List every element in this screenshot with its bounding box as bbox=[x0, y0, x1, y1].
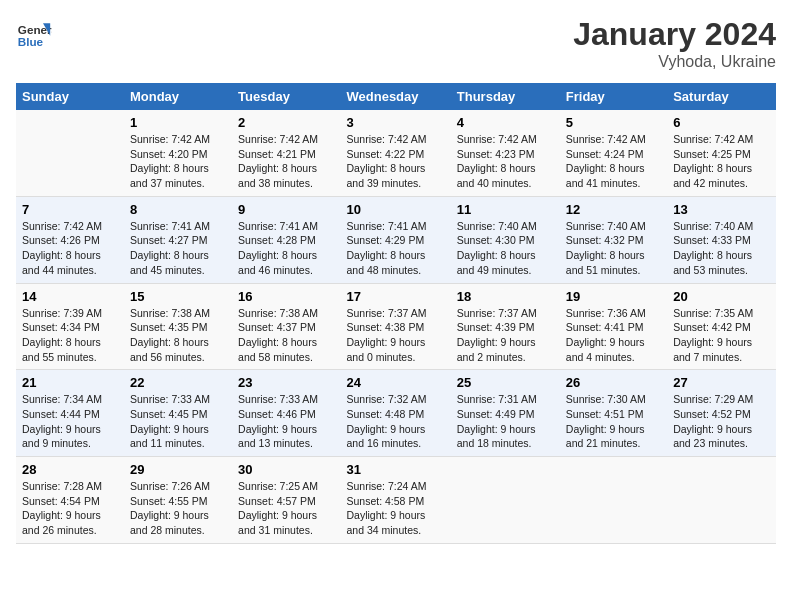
calendar-cell: 10Sunrise: 7:41 AM Sunset: 4:29 PM Dayli… bbox=[341, 196, 451, 283]
calendar-cell: 23Sunrise: 7:33 AM Sunset: 4:46 PM Dayli… bbox=[232, 370, 340, 457]
day-number: 22 bbox=[130, 375, 226, 390]
calendar-cell: 16Sunrise: 7:38 AM Sunset: 4:37 PM Dayli… bbox=[232, 283, 340, 370]
day-info: Sunrise: 7:38 AM Sunset: 4:37 PM Dayligh… bbox=[238, 306, 334, 365]
calendar-cell: 28Sunrise: 7:28 AM Sunset: 4:54 PM Dayli… bbox=[16, 457, 124, 544]
calendar-cell: 15Sunrise: 7:38 AM Sunset: 4:35 PM Dayli… bbox=[124, 283, 232, 370]
day-number: 16 bbox=[238, 289, 334, 304]
day-info: Sunrise: 7:41 AM Sunset: 4:28 PM Dayligh… bbox=[238, 219, 334, 278]
day-info: Sunrise: 7:42 AM Sunset: 4:22 PM Dayligh… bbox=[347, 132, 445, 191]
page-title: January 2024 bbox=[573, 16, 776, 53]
day-info: Sunrise: 7:37 AM Sunset: 4:38 PM Dayligh… bbox=[347, 306, 445, 365]
calendar-cell: 6Sunrise: 7:42 AM Sunset: 4:25 PM Daylig… bbox=[667, 110, 776, 196]
weekday-header-cell: Saturday bbox=[667, 83, 776, 110]
calendar-cell: 31Sunrise: 7:24 AM Sunset: 4:58 PM Dayli… bbox=[341, 457, 451, 544]
title-block: January 2024 Vyhoda, Ukraine bbox=[573, 16, 776, 71]
day-number: 15 bbox=[130, 289, 226, 304]
day-number: 9 bbox=[238, 202, 334, 217]
day-number: 20 bbox=[673, 289, 770, 304]
day-number: 3 bbox=[347, 115, 445, 130]
day-info: Sunrise: 7:42 AM Sunset: 4:20 PM Dayligh… bbox=[130, 132, 226, 191]
day-info: Sunrise: 7:31 AM Sunset: 4:49 PM Dayligh… bbox=[457, 392, 554, 451]
day-number: 30 bbox=[238, 462, 334, 477]
calendar-cell: 13Sunrise: 7:40 AM Sunset: 4:33 PM Dayli… bbox=[667, 196, 776, 283]
day-number: 25 bbox=[457, 375, 554, 390]
day-number: 12 bbox=[566, 202, 661, 217]
day-number: 1 bbox=[130, 115, 226, 130]
day-info: Sunrise: 7:24 AM Sunset: 4:58 PM Dayligh… bbox=[347, 479, 445, 538]
day-info: Sunrise: 7:39 AM Sunset: 4:34 PM Dayligh… bbox=[22, 306, 118, 365]
calendar-cell: 11Sunrise: 7:40 AM Sunset: 4:30 PM Dayli… bbox=[451, 196, 560, 283]
weekday-header-row: SundayMondayTuesdayWednesdayThursdayFrid… bbox=[16, 83, 776, 110]
day-info: Sunrise: 7:34 AM Sunset: 4:44 PM Dayligh… bbox=[22, 392, 118, 451]
day-number: 10 bbox=[347, 202, 445, 217]
calendar-cell: 18Sunrise: 7:37 AM Sunset: 4:39 PM Dayli… bbox=[451, 283, 560, 370]
weekday-header-cell: Sunday bbox=[16, 83, 124, 110]
day-info: Sunrise: 7:42 AM Sunset: 4:25 PM Dayligh… bbox=[673, 132, 770, 191]
calendar-cell: 8Sunrise: 7:41 AM Sunset: 4:27 PM Daylig… bbox=[124, 196, 232, 283]
calendar-cell: 2Sunrise: 7:42 AM Sunset: 4:21 PM Daylig… bbox=[232, 110, 340, 196]
calendar-cell: 21Sunrise: 7:34 AM Sunset: 4:44 PM Dayli… bbox=[16, 370, 124, 457]
weekday-header-cell: Wednesday bbox=[341, 83, 451, 110]
day-number: 29 bbox=[130, 462, 226, 477]
calendar-week-row: 1Sunrise: 7:42 AM Sunset: 4:20 PM Daylig… bbox=[16, 110, 776, 196]
weekday-header-cell: Monday bbox=[124, 83, 232, 110]
day-info: Sunrise: 7:40 AM Sunset: 4:33 PM Dayligh… bbox=[673, 219, 770, 278]
day-info: Sunrise: 7:42 AM Sunset: 4:26 PM Dayligh… bbox=[22, 219, 118, 278]
calendar-week-row: 7Sunrise: 7:42 AM Sunset: 4:26 PM Daylig… bbox=[16, 196, 776, 283]
calendar-cell: 30Sunrise: 7:25 AM Sunset: 4:57 PM Dayli… bbox=[232, 457, 340, 544]
day-number: 18 bbox=[457, 289, 554, 304]
day-number: 19 bbox=[566, 289, 661, 304]
calendar-cell: 9Sunrise: 7:41 AM Sunset: 4:28 PM Daylig… bbox=[232, 196, 340, 283]
weekday-header-cell: Friday bbox=[560, 83, 667, 110]
calendar-week-row: 14Sunrise: 7:39 AM Sunset: 4:34 PM Dayli… bbox=[16, 283, 776, 370]
day-number: 27 bbox=[673, 375, 770, 390]
day-info: Sunrise: 7:33 AM Sunset: 4:45 PM Dayligh… bbox=[130, 392, 226, 451]
calendar-cell: 14Sunrise: 7:39 AM Sunset: 4:34 PM Dayli… bbox=[16, 283, 124, 370]
day-number: 31 bbox=[347, 462, 445, 477]
calendar-cell bbox=[451, 457, 560, 544]
weekday-header-cell: Thursday bbox=[451, 83, 560, 110]
calendar-body: 1Sunrise: 7:42 AM Sunset: 4:20 PM Daylig… bbox=[16, 110, 776, 543]
page-subtitle: Vyhoda, Ukraine bbox=[573, 53, 776, 71]
day-number: 6 bbox=[673, 115, 770, 130]
day-number: 8 bbox=[130, 202, 226, 217]
calendar-cell: 7Sunrise: 7:42 AM Sunset: 4:26 PM Daylig… bbox=[16, 196, 124, 283]
day-info: Sunrise: 7:42 AM Sunset: 4:24 PM Dayligh… bbox=[566, 132, 661, 191]
calendar-cell: 4Sunrise: 7:42 AM Sunset: 4:23 PM Daylig… bbox=[451, 110, 560, 196]
day-number: 13 bbox=[673, 202, 770, 217]
calendar-cell: 27Sunrise: 7:29 AM Sunset: 4:52 PM Dayli… bbox=[667, 370, 776, 457]
day-info: Sunrise: 7:41 AM Sunset: 4:29 PM Dayligh… bbox=[347, 219, 445, 278]
calendar-cell: 26Sunrise: 7:30 AM Sunset: 4:51 PM Dayli… bbox=[560, 370, 667, 457]
calendar-cell bbox=[16, 110, 124, 196]
day-info: Sunrise: 7:28 AM Sunset: 4:54 PM Dayligh… bbox=[22, 479, 118, 538]
calendar-cell: 5Sunrise: 7:42 AM Sunset: 4:24 PM Daylig… bbox=[560, 110, 667, 196]
day-number: 23 bbox=[238, 375, 334, 390]
calendar-table: SundayMondayTuesdayWednesdayThursdayFrid… bbox=[16, 83, 776, 544]
calendar-cell: 12Sunrise: 7:40 AM Sunset: 4:32 PM Dayli… bbox=[560, 196, 667, 283]
day-info: Sunrise: 7:41 AM Sunset: 4:27 PM Dayligh… bbox=[130, 219, 226, 278]
calendar-cell: 1Sunrise: 7:42 AM Sunset: 4:20 PM Daylig… bbox=[124, 110, 232, 196]
day-number: 4 bbox=[457, 115, 554, 130]
day-info: Sunrise: 7:36 AM Sunset: 4:41 PM Dayligh… bbox=[566, 306, 661, 365]
day-info: Sunrise: 7:42 AM Sunset: 4:21 PM Dayligh… bbox=[238, 132, 334, 191]
day-number: 7 bbox=[22, 202, 118, 217]
calendar-week-row: 21Sunrise: 7:34 AM Sunset: 4:44 PM Dayli… bbox=[16, 370, 776, 457]
calendar-cell: 24Sunrise: 7:32 AM Sunset: 4:48 PM Dayli… bbox=[341, 370, 451, 457]
day-number: 21 bbox=[22, 375, 118, 390]
calendar-cell: 29Sunrise: 7:26 AM Sunset: 4:55 PM Dayli… bbox=[124, 457, 232, 544]
day-info: Sunrise: 7:42 AM Sunset: 4:23 PM Dayligh… bbox=[457, 132, 554, 191]
day-number: 17 bbox=[347, 289, 445, 304]
day-info: Sunrise: 7:38 AM Sunset: 4:35 PM Dayligh… bbox=[130, 306, 226, 365]
calendar-cell bbox=[560, 457, 667, 544]
day-number: 26 bbox=[566, 375, 661, 390]
calendar-cell: 19Sunrise: 7:36 AM Sunset: 4:41 PM Dayli… bbox=[560, 283, 667, 370]
calendar-cell: 25Sunrise: 7:31 AM Sunset: 4:49 PM Dayli… bbox=[451, 370, 560, 457]
day-info: Sunrise: 7:25 AM Sunset: 4:57 PM Dayligh… bbox=[238, 479, 334, 538]
day-info: Sunrise: 7:33 AM Sunset: 4:46 PM Dayligh… bbox=[238, 392, 334, 451]
day-info: Sunrise: 7:32 AM Sunset: 4:48 PM Dayligh… bbox=[347, 392, 445, 451]
svg-text:Blue: Blue bbox=[18, 35, 44, 48]
calendar-week-row: 28Sunrise: 7:28 AM Sunset: 4:54 PM Dayli… bbox=[16, 457, 776, 544]
calendar-cell: 3Sunrise: 7:42 AM Sunset: 4:22 PM Daylig… bbox=[341, 110, 451, 196]
day-number: 28 bbox=[22, 462, 118, 477]
logo-icon: General Blue bbox=[16, 16, 52, 52]
